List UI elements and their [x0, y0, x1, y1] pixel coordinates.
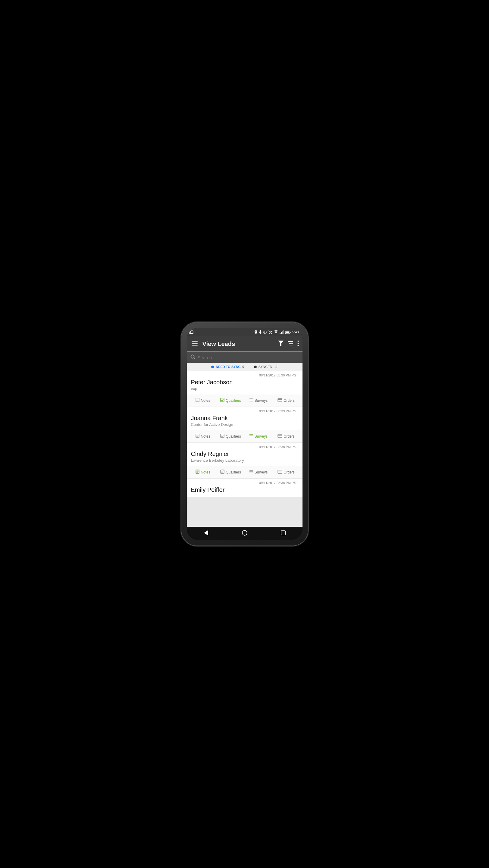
need-to-sync-item[interactable]: NEED TO SYNC 0: [211, 365, 244, 369]
surveys-icon: [249, 434, 253, 439]
svg-rect-19: [192, 341, 198, 342]
phone-screen: 5:40 View Leads: [187, 328, 302, 540]
svg-point-62: [242, 530, 247, 535]
svg-rect-4: [264, 331, 266, 334]
app-title: View Leads: [202, 341, 278, 347]
leads-list: 09/11/2017 03:39 PM PSTPeter Jacobsonexp…: [187, 371, 302, 527]
magnifier-icon: [190, 354, 195, 359]
lead-action-notes[interactable]: Notes: [189, 433, 217, 440]
lead-action-surveys[interactable]: Surveys: [244, 433, 272, 440]
search-input[interactable]: [198, 355, 299, 360]
svg-line-10: [268, 331, 269, 331]
notes-label: Notes: [201, 434, 210, 438]
surveys-icon: [249, 470, 253, 475]
qualifiers-icon: [220, 470, 225, 475]
alarm-icon: [268, 330, 272, 334]
vertical-dots-icon: [297, 341, 299, 346]
lead-action-orders[interactable]: Orders: [272, 397, 300, 404]
svg-marker-61: [204, 530, 208, 535]
lead-action-orders[interactable]: Orders: [272, 468, 300, 476]
surveys-label: Surveys: [255, 470, 267, 474]
recent-icon: [281, 530, 286, 535]
lead-company: Lawrence Berkeley Laboratory: [187, 458, 302, 466]
lead-action-bar: NotesQualifiersSurveysOrders: [187, 466, 302, 478]
signal-icon: [280, 330, 284, 334]
orders-icon: [278, 434, 282, 439]
bottom-nav: [187, 527, 302, 540]
lead-action-notes[interactable]: Notes: [189, 468, 217, 476]
orders-icon: [278, 398, 282, 403]
lead-company: exp: [187, 386, 302, 394]
need-to-sync-count: 0: [242, 365, 244, 369]
lead-name[interactable]: Cindy Regnier: [187, 450, 302, 458]
phone-device: 5:40 View Leads: [182, 322, 308, 546]
orders-label: Orders: [284, 434, 295, 438]
app-bar: View Leads: [187, 336, 302, 352]
synced-label: SYNCED: [259, 365, 272, 369]
synced-item: SYNCED 11: [254, 365, 278, 369]
lead-name[interactable]: Emily Peiffer: [187, 486, 302, 494]
svg-marker-2: [190, 332, 193, 334]
lead-action-qualifiers[interactable]: Qualifiers: [217, 433, 244, 440]
notes-icon: [196, 398, 199, 403]
lead-timestamp: 09/11/2017 03:39 PM PST: [187, 407, 302, 414]
home-icon: [242, 530, 247, 535]
svg-rect-63: [281, 531, 285, 535]
svg-rect-12: [280, 333, 281, 334]
location-icon: [254, 330, 258, 334]
recent-apps-button[interactable]: [275, 529, 292, 538]
search-bar: [187, 352, 302, 363]
filter-icon[interactable]: [278, 341, 284, 347]
lead-action-qualifiers[interactable]: Qualifiers: [217, 397, 244, 404]
status-left-icons: [189, 330, 193, 334]
sync-dot-black: [254, 366, 257, 368]
home-button[interactable]: [236, 528, 253, 539]
svg-rect-13: [281, 332, 282, 334]
vibrate-icon: [263, 330, 267, 334]
lead-name[interactable]: Joanna Frank: [187, 414, 302, 422]
svg-point-3: [256, 331, 256, 332]
lead-card: 09/11/2017 03:39 PM PSTJoanna FrankCente…: [187, 407, 302, 442]
surveys-icon: [249, 398, 253, 403]
battery-icon: [285, 331, 291, 334]
orders-label: Orders: [284, 398, 295, 403]
lead-card: 09/11/2017 03:39 PM PSTPeter Jacobsonexp…: [187, 371, 302, 407]
svg-line-30: [194, 358, 195, 359]
back-button[interactable]: [197, 528, 215, 539]
menu-icon[interactable]: [190, 340, 199, 348]
lead-card: 09/11/2017 03:38 PM PSTEmily Peiffer: [187, 478, 302, 497]
sort-icon[interactable]: [288, 341, 293, 347]
lead-action-surveys[interactable]: Surveys: [244, 468, 272, 476]
qualifiers-label: Qualifiers: [226, 434, 241, 438]
svg-line-11: [272, 331, 272, 331]
lead-action-notes[interactable]: Notes: [189, 397, 217, 404]
lead-action-orders[interactable]: Orders: [272, 433, 300, 440]
more-options-icon[interactable]: [297, 341, 299, 347]
surveys-label: Surveys: [255, 398, 267, 403]
svg-point-28: [297, 345, 299, 346]
notes-icon: [196, 434, 199, 439]
svg-rect-17: [286, 331, 289, 333]
lead-action-qualifiers[interactable]: Qualifiers: [217, 468, 244, 476]
lead-action-bar: NotesQualifiersSurveysOrders: [187, 394, 302, 407]
qualifiers-label: Qualifiers: [226, 470, 241, 474]
lead-action-surveys[interactable]: Surveys: [244, 397, 272, 404]
notes-label: Notes: [201, 398, 210, 403]
svg-rect-15: [283, 330, 284, 334]
lead-name[interactable]: Peter Jacobson: [187, 378, 302, 386]
qualifiers-label: Qualifiers: [226, 398, 241, 403]
notes-icon: [196, 470, 199, 475]
app-bar-actions: [278, 341, 299, 347]
status-time: 5:40: [292, 330, 299, 334]
svg-marker-22: [278, 341, 284, 346]
svg-rect-18: [290, 332, 291, 333]
lead-card: 09/11/2017 03:38 PM PSTCindy RegnierLawr…: [187, 443, 302, 478]
svg-rect-39: [278, 398, 282, 402]
wifi-icon: [274, 330, 278, 334]
sort-lines-icon: [288, 341, 293, 346]
need-to-sync-link[interactable]: NEED TO SYNC: [216, 365, 240, 369]
hamburger-icon: [192, 341, 198, 346]
lead-action-bar: NotesQualifiersSurveysOrders: [187, 430, 302, 442]
svg-point-27: [297, 343, 299, 344]
svg-rect-20: [192, 343, 198, 344]
